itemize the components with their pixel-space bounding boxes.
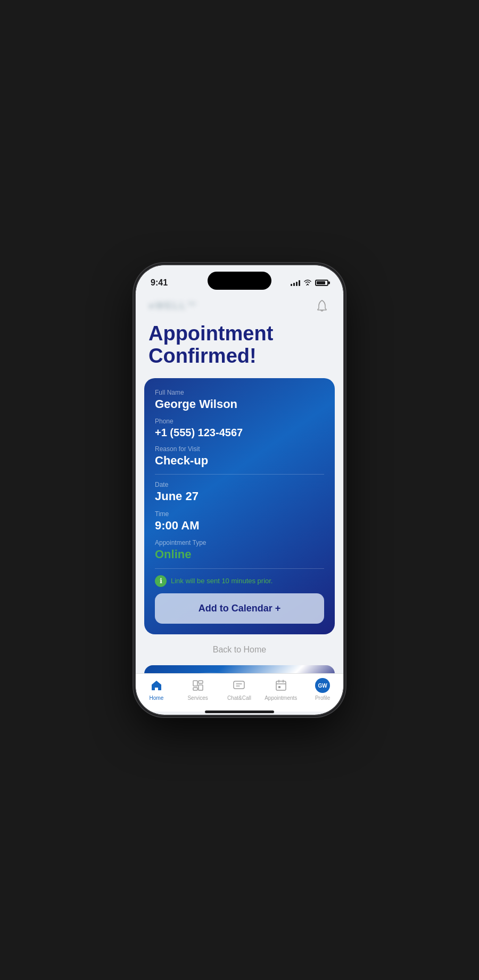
back-to-home-button[interactable]: Back to Home bbox=[136, 634, 343, 665]
decorative-image bbox=[144, 665, 335, 673]
svg-rect-3 bbox=[199, 681, 203, 683]
bottom-navigation: Home Services bbox=[136, 673, 343, 712]
svg-rect-4 bbox=[199, 685, 203, 690]
full-name-group: Full Name George Wilson bbox=[155, 389, 324, 411]
nav-item-home[interactable]: Home bbox=[141, 678, 172, 701]
home-nav-label: Home bbox=[150, 695, 164, 701]
services-nav-label: Services bbox=[187, 695, 208, 701]
date-label: Date bbox=[155, 481, 324, 488]
notification-bell-icon[interactable] bbox=[313, 297, 331, 314]
svg-rect-1 bbox=[193, 681, 197, 686]
date-value: June 27 bbox=[155, 489, 324, 503]
time-label: Time bbox=[155, 510, 324, 518]
full-name-value: George Wilson bbox=[155, 397, 324, 411]
main-content: ●WELL™ Appointment Confirmed! Fu bbox=[136, 293, 343, 673]
phone-group: Phone +1 (555) 123-4567 bbox=[155, 418, 324, 439]
card-divider-2 bbox=[155, 568, 324, 569]
phone-value: +1 (555) 123-4567 bbox=[155, 426, 324, 439]
chat-icon bbox=[232, 678, 246, 693]
phone-frame: 9:41 bbox=[136, 265, 343, 715]
appointments-icon bbox=[274, 678, 288, 693]
reason-group: Reason for Visit Check-up bbox=[155, 445, 324, 468]
title-line2: Confirmed! bbox=[148, 345, 257, 367]
svg-rect-2 bbox=[193, 688, 197, 690]
info-row: ℹ Link will be sent 10 minutes prior. bbox=[155, 575, 324, 587]
page-title: Appointment Confirmed! bbox=[136, 314, 343, 368]
info-message: Link will be sent 10 minutes prior. bbox=[171, 577, 272, 585]
type-value: Online bbox=[155, 548, 324, 561]
title-line1: Appointment bbox=[148, 322, 273, 345]
svg-rect-6 bbox=[276, 681, 286, 690]
nav-item-appointments[interactable]: Appointments bbox=[265, 678, 297, 701]
status-icons bbox=[291, 279, 328, 287]
dynamic-island bbox=[208, 272, 271, 290]
profile-nav-label: Profile bbox=[315, 695, 330, 701]
reason-label: Reason for Visit bbox=[155, 445, 324, 453]
svg-rect-7 bbox=[278, 686, 280, 688]
appointment-card: Full Name George Wilson Phone +1 (555) 1… bbox=[144, 378, 335, 634]
phone-screen: 9:41 bbox=[136, 265, 343, 715]
wifi-icon bbox=[303, 279, 312, 287]
services-icon bbox=[191, 678, 205, 693]
chat-nav-label: Chat&Call bbox=[227, 695, 251, 701]
appointments-nav-label: Appointments bbox=[265, 695, 297, 701]
date-group: Date June 27 bbox=[155, 481, 324, 503]
home-icon bbox=[149, 678, 164, 693]
type-group: Appointment Type Online bbox=[155, 539, 324, 561]
home-indicator bbox=[136, 712, 343, 715]
reason-value: Check-up bbox=[155, 454, 324, 468]
signal-icon bbox=[291, 280, 300, 286]
app-header: ●WELL™ bbox=[136, 293, 343, 314]
profile-icon: GW bbox=[315, 678, 330, 693]
add-calendar-button[interactable]: Add to Calendar + bbox=[155, 593, 324, 624]
type-label: Appointment Type bbox=[155, 539, 324, 546]
nav-item-services[interactable]: Services bbox=[182, 678, 214, 701]
nav-item-profile[interactable]: GW Profile bbox=[307, 678, 338, 701]
info-icon: ℹ bbox=[155, 575, 167, 587]
status-time: 9:41 bbox=[151, 278, 168, 288]
profile-avatar: GW bbox=[315, 678, 330, 693]
status-bar: 9:41 bbox=[136, 265, 343, 293]
svg-rect-5 bbox=[234, 681, 244, 689]
app-logo: ●WELL™ bbox=[148, 300, 197, 312]
svg-point-0 bbox=[307, 283, 308, 284]
nav-item-chat[interactable]: Chat&Call bbox=[223, 678, 255, 701]
time-value: 9:00 AM bbox=[155, 519, 324, 533]
battery-icon bbox=[315, 280, 328, 286]
phone-label: Phone bbox=[155, 418, 324, 425]
full-name-label: Full Name bbox=[155, 389, 324, 396]
time-group: Time 9:00 AM bbox=[155, 510, 324, 533]
card-divider-1 bbox=[155, 474, 324, 475]
